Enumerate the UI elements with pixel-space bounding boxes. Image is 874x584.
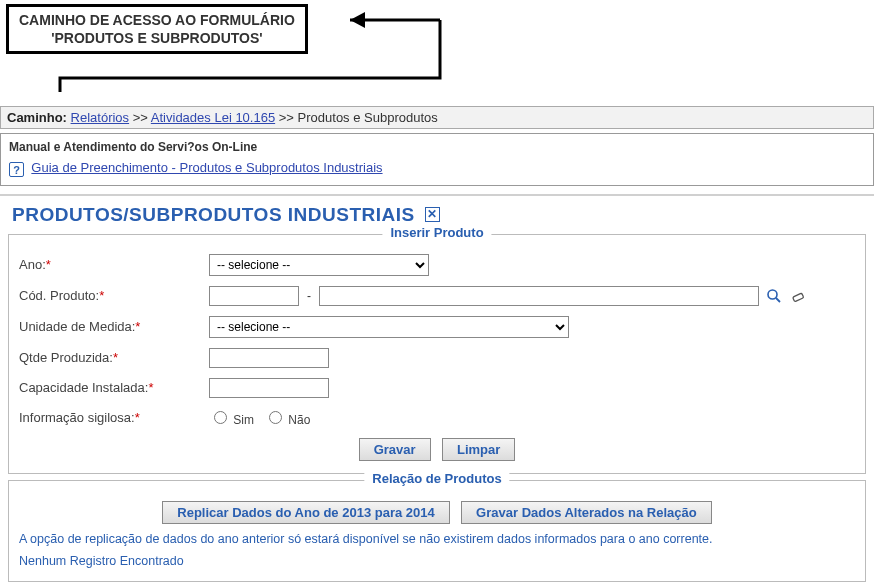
breadcrumb-link-relatorios[interactable]: Relatórios bbox=[71, 110, 130, 125]
replicar-dados-button[interactable]: Replicar Dados do Ano de 2013 para 2014 bbox=[162, 501, 449, 524]
required-mark: * bbox=[46, 257, 51, 272]
required-mark: * bbox=[135, 319, 140, 334]
radio-nao-label[interactable]: Não bbox=[264, 408, 310, 427]
breadcrumb: Caminho: Relatórios >> Atividades Lei 10… bbox=[0, 106, 874, 129]
manual-header: Manual e Atendimento do Servi?os On-Line bbox=[9, 140, 865, 154]
breadcrumb-label: Caminho: bbox=[7, 110, 67, 125]
insert-product-legend: Inserir Produto bbox=[382, 225, 491, 240]
info-sigilosa-label: Informação sigilosa: bbox=[19, 410, 135, 425]
relacao-produtos-legend: Relação de Produtos bbox=[364, 471, 509, 486]
radio-sim[interactable] bbox=[214, 411, 227, 424]
breadcrumb-sep1: >> bbox=[133, 110, 148, 125]
gravar-alterados-button[interactable]: Gravar Dados Alterados na Relação bbox=[461, 501, 712, 524]
page-title: PRODUTOS/SUBPRODUTOS INDUSTRIAIS bbox=[12, 204, 415, 225]
svg-rect-3 bbox=[793, 293, 804, 302]
relacao-produtos-panel: Relação de Produtos Replicar Dados do An… bbox=[8, 480, 866, 583]
required-mark: * bbox=[135, 410, 140, 425]
eraser-icon[interactable] bbox=[789, 287, 807, 305]
qtde-produzida-label: Qtde Produzida: bbox=[19, 350, 113, 365]
capacidade-instalada-label: Capacidade Instalada: bbox=[19, 380, 148, 395]
breadcrumb-current: Produtos e Subprodutos bbox=[298, 110, 438, 125]
qtde-produzida-input[interactable] bbox=[209, 348, 329, 368]
cod-separator: - bbox=[307, 289, 311, 303]
divider bbox=[0, 194, 874, 196]
help-icon[interactable]: ? bbox=[9, 162, 24, 177]
limpar-button[interactable]: Limpar bbox=[442, 438, 515, 461]
breadcrumb-link-atividades[interactable]: Atividades Lei 10.165 bbox=[151, 110, 275, 125]
capacidade-instalada-input[interactable] bbox=[209, 378, 329, 398]
gravar-button[interactable]: Gravar bbox=[359, 438, 431, 461]
required-mark: * bbox=[99, 288, 104, 303]
svg-point-1 bbox=[768, 290, 777, 299]
insert-product-panel: Inserir Produto Ano:* -- selecione -- Có… bbox=[8, 234, 866, 474]
breadcrumb-sep2: >> bbox=[279, 110, 294, 125]
svg-marker-0 bbox=[350, 12, 365, 28]
page-title-row: PRODUTOS/SUBPRODUTOS INDUSTRIAIS ✕ bbox=[0, 198, 874, 228]
manual-guide-link[interactable]: Guia de Preenchimento - Produtos e Subpr… bbox=[31, 160, 382, 175]
search-icon[interactable] bbox=[765, 287, 783, 305]
callout-arrow bbox=[0, 0, 500, 100]
cod-produto-code[interactable] bbox=[209, 286, 299, 306]
svg-line-2 bbox=[776, 298, 780, 302]
close-icon[interactable]: ✕ bbox=[425, 207, 440, 222]
replicacao-info-text: A opção de replicação de dados do ano an… bbox=[19, 530, 855, 549]
required-mark: * bbox=[148, 380, 153, 395]
unidade-medida-select[interactable]: -- selecione -- bbox=[209, 316, 569, 338]
radio-nao[interactable] bbox=[269, 411, 282, 424]
cod-produto-desc[interactable] bbox=[319, 286, 759, 306]
cod-produto-label: Cód. Produto: bbox=[19, 288, 99, 303]
unidade-medida-label: Unidade de Medida: bbox=[19, 319, 135, 334]
manual-panel: Manual e Atendimento do Servi?os On-Line… bbox=[0, 133, 874, 185]
radio-sim-label[interactable]: Sim bbox=[209, 408, 254, 427]
empty-message: Nenhum Registro Encontrado bbox=[19, 552, 855, 571]
ano-label: Ano: bbox=[19, 257, 46, 272]
ano-select[interactable]: -- selecione -- bbox=[209, 254, 429, 276]
required-mark: * bbox=[113, 350, 118, 365]
